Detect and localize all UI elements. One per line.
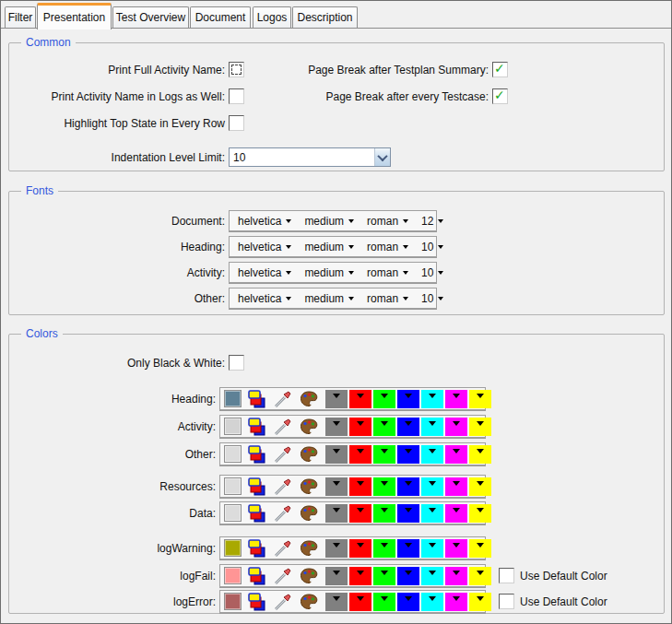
- color-dropdown-swatch[interactable]: [469, 593, 491, 611]
- combo-dropdown-button[interactable]: [374, 148, 390, 166]
- color-picker-icon[interactable]: [274, 418, 292, 436]
- font-family-dropdown[interactable]: helvetica: [238, 241, 291, 253]
- current-color-swatch[interactable]: [224, 539, 242, 557]
- color-dropdown-swatch[interactable]: [445, 593, 467, 611]
- color-dropdown-swatch[interactable]: [373, 539, 395, 558]
- font-size-dropdown[interactable]: 10: [421, 266, 443, 279]
- tab-document[interactable]: Document: [190, 6, 251, 28]
- color-dropdown-swatch[interactable]: [325, 390, 348, 408]
- color-dropdown-swatch[interactable]: [373, 593, 395, 611]
- font-size-dropdown[interactable]: 10: [421, 292, 443, 305]
- palette-icon[interactable]: [300, 567, 318, 585]
- color-picker-icon[interactable]: [274, 504, 292, 523]
- current-color-swatch[interactable]: [224, 418, 242, 435]
- palette-icon[interactable]: [300, 418, 318, 436]
- color-dropdown-swatch[interactable]: [325, 445, 348, 464]
- color-dropdown-swatch[interactable]: [469, 418, 491, 436]
- color-dropdown-swatch[interactable]: [325, 593, 348, 611]
- color-dropdown-swatch[interactable]: [397, 593, 419, 611]
- standard-colors-icon[interactable]: [248, 477, 266, 496]
- color-dropdown-swatch[interactable]: [349, 418, 371, 436]
- color-dropdown-swatch[interactable]: [421, 477, 443, 496]
- color-dropdown-swatch[interactable]: [325, 418, 348, 436]
- color-dropdown-swatch[interactable]: [469, 445, 491, 464]
- color-dropdown-swatch[interactable]: [373, 477, 395, 496]
- standard-colors-icon[interactable]: [248, 504, 266, 523]
- use-default-color-checkbox[interactable]: [499, 568, 514, 583]
- highlight-top-state-checkbox[interactable]: [229, 115, 244, 131]
- color-dropdown-swatch[interactable]: [373, 504, 395, 523]
- color-dropdown-swatch[interactable]: [397, 390, 419, 408]
- color-dropdown-swatch[interactable]: [349, 445, 371, 464]
- only-black-and-white-checkbox[interactable]: [229, 355, 244, 371]
- font-weight-dropdown[interactable]: medium: [304, 241, 354, 253]
- color-picker-icon[interactable]: [274, 539, 292, 558]
- indentation-level-select[interactable]: 10: [229, 147, 391, 167]
- palette-icon[interactable]: [300, 593, 318, 611]
- palette-icon[interactable]: [300, 539, 318, 558]
- color-dropdown-swatch[interactable]: [421, 418, 443, 436]
- color-dropdown-swatch[interactable]: [421, 504, 443, 523]
- color-dropdown-swatch[interactable]: [325, 567, 348, 585]
- color-picker-icon[interactable]: [274, 477, 292, 496]
- current-color-swatch[interactable]: [224, 593, 242, 610]
- color-dropdown-swatch[interactable]: [349, 390, 371, 408]
- font-family-dropdown[interactable]: helvetica: [238, 215, 291, 228]
- use-default-color-checkbox[interactable]: [499, 594, 514, 609]
- color-dropdown-swatch[interactable]: [421, 390, 443, 408]
- color-dropdown-swatch[interactable]: [469, 567, 491, 585]
- tab-filter[interactable]: Filter: [5, 6, 36, 28]
- standard-colors-icon[interactable]: [248, 445, 266, 464]
- color-dropdown-swatch[interactable]: [469, 539, 491, 558]
- color-dropdown-swatch[interactable]: [397, 418, 419, 436]
- color-dropdown-swatch[interactable]: [349, 567, 371, 585]
- page-break-after-testplan-summary-checkbox[interactable]: [492, 62, 508, 77]
- palette-icon[interactable]: [300, 477, 318, 496]
- font-weight-dropdown[interactable]: medium: [304, 266, 354, 279]
- color-dropdown-swatch[interactable]: [421, 539, 443, 558]
- color-dropdown-swatch[interactable]: [349, 504, 371, 523]
- font-weight-dropdown[interactable]: medium: [304, 215, 354, 228]
- color-dropdown-swatch[interactable]: [349, 593, 371, 611]
- current-color-swatch[interactable]: [224, 445, 242, 463]
- color-dropdown-swatch[interactable]: [445, 418, 467, 436]
- font-size-dropdown[interactable]: 10: [421, 241, 443, 253]
- font-family-dropdown[interactable]: helvetica: [238, 292, 291, 305]
- font-family-dropdown[interactable]: helvetica: [238, 266, 291, 279]
- standard-colors-icon[interactable]: [248, 418, 266, 436]
- tab-presentation[interactable]: Presentation: [37, 3, 112, 29]
- palette-icon[interactable]: [300, 504, 318, 523]
- standard-colors-icon[interactable]: [248, 539, 266, 558]
- color-dropdown-swatch[interactable]: [469, 504, 491, 523]
- color-dropdown-swatch[interactable]: [397, 567, 419, 585]
- color-dropdown-swatch[interactable]: [373, 390, 395, 408]
- color-dropdown-swatch[interactable]: [373, 418, 395, 436]
- color-dropdown-swatch[interactable]: [397, 445, 419, 464]
- color-picker-icon[interactable]: [274, 567, 292, 585]
- font-size-dropdown[interactable]: 12: [421, 215, 443, 228]
- color-dropdown-swatch[interactable]: [445, 390, 467, 408]
- current-color-swatch[interactable]: [224, 504, 242, 522]
- color-dropdown-swatch[interactable]: [445, 504, 467, 523]
- color-dropdown-swatch[interactable]: [397, 504, 419, 523]
- color-dropdown-swatch[interactable]: [469, 390, 491, 408]
- standard-colors-icon[interactable]: [248, 390, 266, 408]
- color-dropdown-swatch[interactable]: [397, 477, 419, 496]
- palette-icon[interactable]: [300, 390, 318, 408]
- current-color-swatch[interactable]: [224, 477, 242, 495]
- color-dropdown-swatch[interactable]: [325, 504, 348, 523]
- color-dropdown-swatch[interactable]: [421, 445, 443, 464]
- color-dropdown-swatch[interactable]: [349, 539, 371, 558]
- font-slant-dropdown[interactable]: roman: [367, 266, 408, 279]
- font-slant-dropdown[interactable]: roman: [367, 241, 408, 253]
- color-dropdown-swatch[interactable]: [421, 567, 443, 585]
- color-dropdown-swatch[interactable]: [445, 445, 467, 464]
- color-dropdown-swatch[interactable]: [373, 445, 395, 464]
- color-picker-icon[interactable]: [274, 390, 292, 408]
- color-picker-icon[interactable]: [274, 593, 292, 611]
- font-slant-dropdown[interactable]: roman: [367, 292, 408, 305]
- color-dropdown-swatch[interactable]: [421, 593, 443, 611]
- color-dropdown-swatch[interactable]: [445, 477, 467, 496]
- color-dropdown-swatch[interactable]: [325, 539, 348, 558]
- color-dropdown-swatch[interactable]: [445, 567, 467, 585]
